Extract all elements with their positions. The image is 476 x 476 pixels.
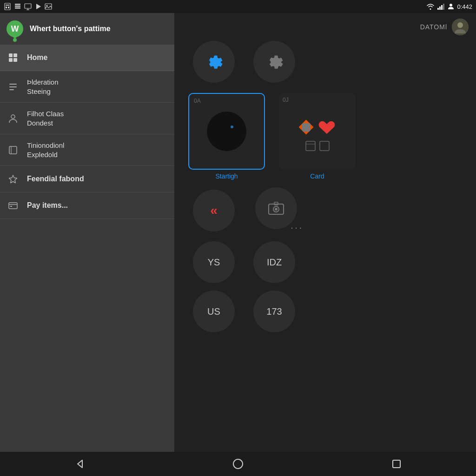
avatar-idz[interactable]: IDZ xyxy=(253,241,295,283)
moderation-icon xyxy=(7,80,20,93)
person-icon xyxy=(448,3,454,10)
wifi-icon xyxy=(426,3,435,10)
svg-rect-14 xyxy=(439,7,441,10)
avatar-us-text: US xyxy=(207,306,220,317)
nav-back-button[interactable] xyxy=(66,455,93,473)
svg-rect-23 xyxy=(9,86,17,87)
svg-rect-21 xyxy=(13,58,17,62)
header-avatar[interactable] xyxy=(452,19,469,35)
svg-rect-28 xyxy=(9,203,17,209)
home-icon xyxy=(7,51,20,64)
svg-rect-18 xyxy=(9,53,13,57)
sidebar-header: W Whert button's pattime xyxy=(0,13,174,45)
camera-group: ··· xyxy=(249,187,303,234)
bottom-nav xyxy=(0,452,476,476)
moon-icon xyxy=(216,120,238,143)
svg-rect-16 xyxy=(443,4,444,10)
svg-rect-30 xyxy=(10,206,12,207)
gear-blue-circle xyxy=(193,41,235,83)
filhot-icon xyxy=(7,112,20,125)
ellipsis: ··· xyxy=(291,222,303,234)
avatar-us[interactable]: US xyxy=(193,291,235,332)
feendial-label: Feendial fabond xyxy=(27,174,84,184)
monitor-icon xyxy=(24,3,32,10)
svg-point-33 xyxy=(231,126,233,128)
sidebar-title: Whert button's pattime xyxy=(30,25,111,33)
tile-gear-gray[interactable] xyxy=(253,41,295,86)
svg-rect-43 xyxy=(393,460,400,468)
signal-icon xyxy=(437,3,445,10)
tinionodion-icon xyxy=(7,144,20,157)
startigh-label: Startigh xyxy=(215,172,238,180)
sidebar-nav: Home ÞlderationSteeing Filhot ClaasDonde… xyxy=(0,45,174,452)
svg-rect-15 xyxy=(441,5,443,10)
card-icons-row xyxy=(299,118,336,137)
home-label: Home xyxy=(27,53,47,63)
card-small-icons xyxy=(305,140,330,152)
action-row: « ··· xyxy=(193,187,467,234)
avatar-ys[interactable]: YS xyxy=(193,241,235,283)
svg-point-12 xyxy=(46,5,48,7)
card-sym2 xyxy=(319,140,330,152)
avatar-row1: YS IDZ xyxy=(193,241,467,283)
avatar-173-text: 173 xyxy=(266,306,282,317)
nav-recents-button[interactable] xyxy=(383,455,410,473)
card-label: Card xyxy=(310,172,324,180)
card-row: 0A Startigh 0J xyxy=(188,93,467,180)
svg-rect-20 xyxy=(9,58,13,62)
moon-circle xyxy=(207,112,246,151)
status-bar-right: 0:442 xyxy=(426,3,472,10)
pay-label: Pay items... xyxy=(27,201,68,211)
feendial-icon xyxy=(7,172,20,185)
svg-rect-6 xyxy=(15,7,20,9)
svg-rect-22 xyxy=(9,84,17,85)
sidebar-item-feendial[interactable]: Feendial fabond xyxy=(0,166,174,192)
sidebar-item-filhot[interactable]: Filhot ClaasDondest xyxy=(0,103,174,134)
avatar-ys-text: YS xyxy=(208,257,220,268)
back-arrow-icon: « xyxy=(210,203,218,218)
sidebar-item-pay[interactable]: Pay items... xyxy=(0,192,174,219)
svg-rect-5 xyxy=(15,6,20,7)
svg-rect-34 xyxy=(306,141,315,151)
back-arrow-circle[interactable]: « xyxy=(193,190,235,231)
status-time: 0:442 xyxy=(457,3,472,10)
sidebar-item-home[interactable]: Home xyxy=(0,45,174,71)
card-id: 0J xyxy=(283,97,289,103)
svg-rect-24 xyxy=(9,89,14,90)
card-box: 0J xyxy=(279,93,356,170)
play-icon xyxy=(34,3,42,10)
startigh-id: 0A xyxy=(194,98,201,104)
svg-rect-1 xyxy=(6,5,9,6)
content-header: DATOMl xyxy=(174,13,476,41)
tile-gear-blue[interactable] xyxy=(193,41,235,86)
diamond-icon xyxy=(299,120,314,135)
svg-point-40 xyxy=(275,208,278,211)
tile-startigh[interactable]: 0A Startigh xyxy=(188,93,265,180)
card-sym1 xyxy=(305,140,316,152)
status-bar: 0:442 xyxy=(0,0,476,13)
tile-card[interactable]: 0J xyxy=(279,93,356,180)
gear-row xyxy=(193,41,467,86)
content-area: DATOMl xyxy=(174,13,476,452)
tinionodion-label: TinionodionlExpledold xyxy=(27,141,64,159)
sidebar-logo: W xyxy=(7,20,23,37)
avatar-row2: US 173 xyxy=(193,291,467,332)
card-icons xyxy=(283,103,352,166)
avatar-idz-text: IDZ xyxy=(267,257,282,268)
sidebar: W Whert button's pattime Home Þlderation… xyxy=(0,13,174,452)
svg-marker-10 xyxy=(36,4,41,9)
nav-home-button[interactable] xyxy=(224,455,252,473)
heart-icon xyxy=(317,118,336,137)
svg-rect-19 xyxy=(13,53,17,57)
svg-rect-4 xyxy=(15,4,20,5)
svg-point-25 xyxy=(11,115,15,119)
avatar-173[interactable]: 173 xyxy=(253,291,295,332)
filhot-label: Filhot ClaasDondest xyxy=(27,109,64,127)
gear-gray-icon xyxy=(263,51,285,73)
moderation-label: ÞlderationSteeing xyxy=(27,78,59,96)
sidebar-item-tinionodion[interactable]: TinionodionlExpledold xyxy=(0,134,174,166)
sidebar-item-moderation[interactable]: ÞlderationSteeing xyxy=(0,71,174,103)
gear-blue-icon xyxy=(203,51,225,73)
svg-point-42 xyxy=(233,459,243,469)
svg-point-17 xyxy=(450,4,452,7)
